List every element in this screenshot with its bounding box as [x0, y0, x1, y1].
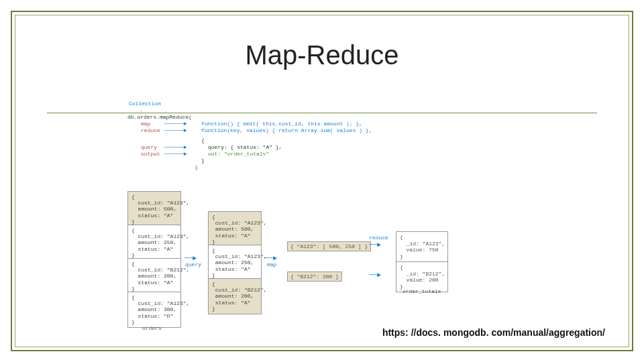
result-doc: { _id: "A123", value: 750 }	[396, 231, 448, 262]
label-map: map	[141, 121, 150, 127]
filtered-doc: { cust_id: "B212", amount: 200, status: …	[208, 278, 262, 314]
code-call: db.orders.mapReduce(	[127, 114, 192, 120]
orders-doc: { cust_id: "A123", amount: 500, status: …	[127, 191, 181, 227]
orders-doc: { cust_id: "B212", amount: 200, status: …	[127, 258, 181, 294]
emit-row: { "A123": [ 500, 250 ] }	[287, 241, 371, 251]
code-query-line: query: { status: "A" },	[208, 144, 282, 150]
source-url: https: //docs. mongodb. com/manual/aggre…	[382, 327, 605, 338]
arrow-icon: ──────►	[164, 127, 187, 133]
arrow-icon: ──────►	[164, 151, 187, 157]
mapreduce-diagram: Collection ↓ db.orders.mapReduce( map ──…	[127, 101, 517, 322]
flow-arrow-icon: ──►	[369, 241, 381, 249]
label-query: query	[141, 144, 157, 150]
code-out-line: out: "order_totals"	[208, 151, 269, 157]
stage-map: map	[267, 261, 276, 267]
filtered-doc: { cust_id: "A123", amount: 500, status: …	[208, 211, 262, 247]
orders-doc: { cust_id: "A123", amount: 300, status: …	[127, 292, 181, 328]
flow-arrow-icon: ──►	[369, 272, 381, 279]
orders-column-label: orders	[142, 325, 162, 331]
code-brace-open: {	[201, 137, 205, 143]
arrow-icon: ──────►	[164, 121, 187, 127]
code-reduce-fn: function(key, values) { return Array.sum…	[201, 127, 372, 133]
stage-reduce: reduce	[369, 235, 388, 241]
stage-query: query	[185, 261, 201, 267]
results-column-label: order_totals	[402, 288, 441, 294]
collection-label: Collection	[129, 101, 161, 107]
collection-arrow-icon: ↓	[140, 107, 143, 113]
code-map-fn: function() { emit( this.cust_id, this.am…	[201, 121, 362, 127]
label-reduce: reduce	[141, 127, 160, 133]
code-paren-close: )	[195, 164, 198, 170]
filtered-doc: { cust_id: "A123", amount: 250, status: …	[208, 245, 262, 281]
arrow-icon: ──────►	[164, 144, 187, 150]
orders-doc: { cust_id: "A123", amount: 250, status: …	[127, 225, 181, 261]
label-output: output	[141, 151, 160, 157]
slide-title: Map-Reduce	[0, 40, 644, 70]
emit-row: { "B212": 200 }	[287, 272, 342, 282]
code-brace-close: }	[201, 158, 205, 164]
